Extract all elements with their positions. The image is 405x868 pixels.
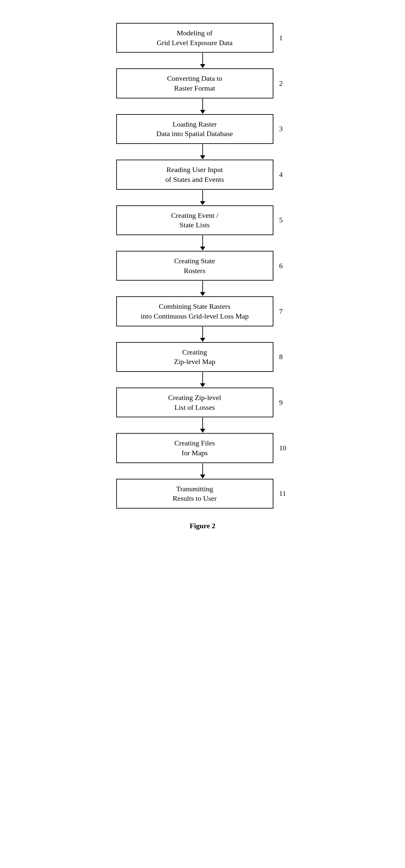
step-number-11: 11 — [279, 489, 289, 498]
arrow-icon-5 — [200, 236, 205, 250]
step-row-3: Loading RasterData into Spatial Database… — [88, 114, 317, 144]
arrow-icon-8 — [200, 372, 205, 387]
arrow-7 — [124, 327, 281, 342]
step-row-7: Combining State Rastersinto Continuous G… — [88, 296, 317, 326]
arrow-10 — [124, 463, 281, 479]
arrow-3 — [124, 144, 281, 160]
step-row-6: Creating StateRosters6 — [88, 251, 317, 281]
step-box-4: Reading User Inputof States and Events — [116, 160, 273, 189]
arrow-icon-4 — [200, 190, 205, 205]
step-box-9: Creating Zip-levelList of Losses — [116, 388, 273, 417]
arrow-icon-10 — [200, 463, 205, 478]
step-number-4: 4 — [279, 170, 289, 179]
step-box-5: Creating Event /State Lists — [116, 206, 273, 235]
step-number-5: 5 — [279, 216, 289, 224]
step-number-9: 9 — [279, 398, 289, 407]
arrow-icon-9 — [200, 417, 205, 433]
step-number-6: 6 — [279, 261, 289, 270]
step-row-10: Creating Filesfor Maps10 — [88, 433, 317, 463]
step-box-7: Combining State Rastersinto Continuous G… — [116, 296, 273, 326]
step-number-8: 8 — [279, 352, 289, 361]
arrow-icon-1 — [200, 53, 205, 68]
step-number-10: 10 — [279, 444, 289, 452]
step-number-7: 7 — [279, 307, 289, 316]
step-box-8: CreatingZip-level Map — [116, 342, 273, 372]
arrow-2 — [124, 98, 281, 114]
arrow-icon-6 — [200, 281, 205, 296]
step-box-10: Creating Filesfor Maps — [116, 433, 273, 463]
arrow-4 — [124, 190, 281, 206]
step-row-5: Creating Event /State Lists5 — [88, 206, 317, 235]
arrow-6 — [124, 281, 281, 296]
arrow-9 — [124, 417, 281, 433]
arrow-8 — [124, 372, 281, 388]
arrow-1 — [124, 53, 281, 68]
step-row-4: Reading User Inputof States and Events4 — [88, 160, 317, 189]
step-row-1: Modeling ofGrid Level Exposure Data1 — [88, 23, 317, 53]
step-number-2: 2 — [279, 79, 289, 88]
figure-caption: Figure 2 — [190, 522, 215, 530]
step-number-1: 1 — [279, 34, 289, 42]
arrow-icon-3 — [200, 144, 205, 159]
step-box-1: Modeling ofGrid Level Exposure Data — [116, 23, 273, 53]
step-row-9: Creating Zip-levelList of Losses9 — [88, 388, 317, 417]
page-container: Modeling ofGrid Level Exposure Data1Conv… — [88, 13, 317, 848]
step-number-3: 3 — [279, 125, 289, 133]
step-row-11: TransmittingResults to User11 — [88, 479, 317, 508]
arrow-icon-2 — [200, 99, 205, 114]
step-box-3: Loading RasterData into Spatial Database — [116, 114, 273, 144]
arrow-icon-7 — [200, 327, 205, 342]
arrow-5 — [124, 235, 281, 251]
step-row-8: CreatingZip-level Map8 — [88, 342, 317, 372]
step-box-11: TransmittingResults to User — [116, 479, 273, 508]
step-box-2: Converting Data toRaster Format — [116, 68, 273, 98]
flowchart: Modeling ofGrid Level Exposure Data1Conv… — [88, 23, 317, 508]
step-box-6: Creating StateRosters — [116, 251, 273, 281]
step-row-2: Converting Data toRaster Format2 — [88, 68, 317, 98]
